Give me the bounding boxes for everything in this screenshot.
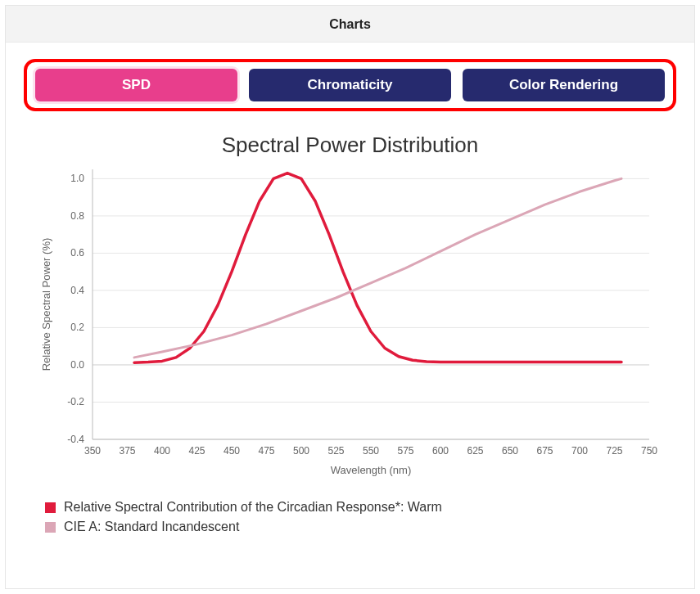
svg-text:1.0: 1.0 bbox=[70, 173, 84, 184]
legend-label-2: CIE A: Standard Incandescent bbox=[64, 520, 239, 534]
svg-text:-0.2: -0.2 bbox=[67, 396, 84, 407]
tab-chromaticity-label: Chromaticity bbox=[308, 77, 393, 92]
legend-label-1: Relative Spectral Contribution of the Ci… bbox=[64, 500, 442, 515]
svg-text:725: 725 bbox=[606, 445, 622, 457]
tab-spd-label: SPD bbox=[122, 77, 151, 92]
chart-legend: Relative Spectral Contribution of the Ci… bbox=[6, 490, 694, 554]
tab-color-rendering-label: Color Rendering bbox=[509, 77, 618, 92]
svg-text:0.0: 0.0 bbox=[70, 359, 84, 371]
svg-text:400: 400 bbox=[153, 445, 169, 457]
svg-text:750: 750 bbox=[640, 445, 657, 457]
legend-swatch-1 bbox=[45, 502, 56, 513]
svg-text:700: 700 bbox=[571, 445, 587, 457]
tab-spd[interactable]: SPD bbox=[35, 69, 237, 101]
svg-text:0.6: 0.6 bbox=[70, 247, 84, 259]
panel-title: Charts bbox=[329, 17, 371, 31]
svg-text:Wavelength (nm): Wavelength (nm) bbox=[330, 464, 411, 476]
svg-text:500: 500 bbox=[292, 445, 309, 457]
svg-text:425: 425 bbox=[188, 445, 205, 457]
tab-color-rendering[interactable]: Color Rendering bbox=[463, 69, 665, 101]
svg-text:350: 350 bbox=[84, 445, 100, 457]
svg-text:-0.4: -0.4 bbox=[67, 434, 84, 445]
legend-swatch-2 bbox=[45, 522, 56, 533]
svg-text:0.8: 0.8 bbox=[70, 210, 84, 222]
legend-item-2: CIE A: Standard Incandescent bbox=[45, 520, 678, 534]
legend-item-1: Relative Spectral Contribution of the Ci… bbox=[45, 500, 678, 515]
charts-panel: Charts SPD Chromaticity Color Rendering … bbox=[5, 5, 695, 589]
chart-title: Spectral Power Distribution bbox=[29, 133, 671, 158]
svg-text:450: 450 bbox=[223, 445, 239, 457]
svg-text:550: 550 bbox=[362, 445, 378, 457]
svg-text:375: 375 bbox=[119, 445, 135, 457]
spd-line-chart: -0.4-0.20.00.20.40.60.81.035037540042545… bbox=[35, 161, 666, 480]
svg-text:575: 575 bbox=[397, 445, 413, 457]
panel-header: Charts bbox=[6, 6, 694, 43]
svg-text:675: 675 bbox=[536, 445, 553, 457]
chart-container: Spectral Power Distribution -0.4-0.20.00… bbox=[6, 119, 694, 490]
svg-text:600: 600 bbox=[431, 445, 448, 457]
chart-tabs: SPD Chromaticity Color Rendering bbox=[24, 59, 676, 111]
svg-text:0.2: 0.2 bbox=[70, 322, 84, 333]
svg-text:475: 475 bbox=[258, 445, 274, 457]
svg-text:0.4: 0.4 bbox=[70, 285, 84, 296]
svg-text:650: 650 bbox=[501, 445, 517, 457]
svg-text:525: 525 bbox=[327, 445, 344, 457]
tab-chromaticity[interactable]: Chromaticity bbox=[249, 69, 451, 101]
svg-text:625: 625 bbox=[467, 445, 483, 457]
svg-text:Relative Spectral Power (%): Relative Spectral Power (%) bbox=[40, 238, 52, 371]
